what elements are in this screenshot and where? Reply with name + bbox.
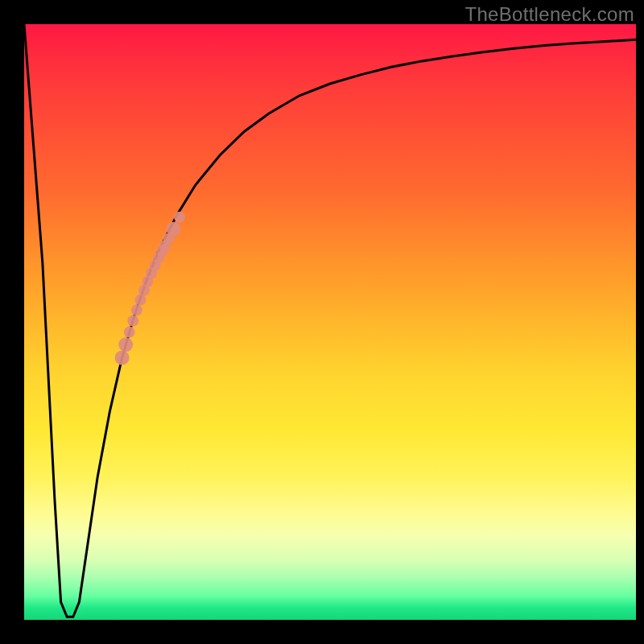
highlight-dot	[166, 222, 180, 237]
highlight-dot	[131, 304, 142, 316]
outer-frame: TheBottleneck.com	[0, 0, 644, 644]
chart-svg	[24, 24, 636, 620]
plot-area	[24, 24, 636, 620]
highlight-dot	[174, 212, 185, 223]
bottleneck-curve	[24, 24, 636, 617]
highlight-dot	[115, 350, 130, 365]
highlight-dot	[124, 327, 135, 338]
highlight-markers	[115, 212, 185, 365]
highlight-dot	[127, 316, 138, 327]
highlight-dot	[118, 337, 133, 352]
watermark-text: TheBottleneck.com	[464, 3, 634, 26]
